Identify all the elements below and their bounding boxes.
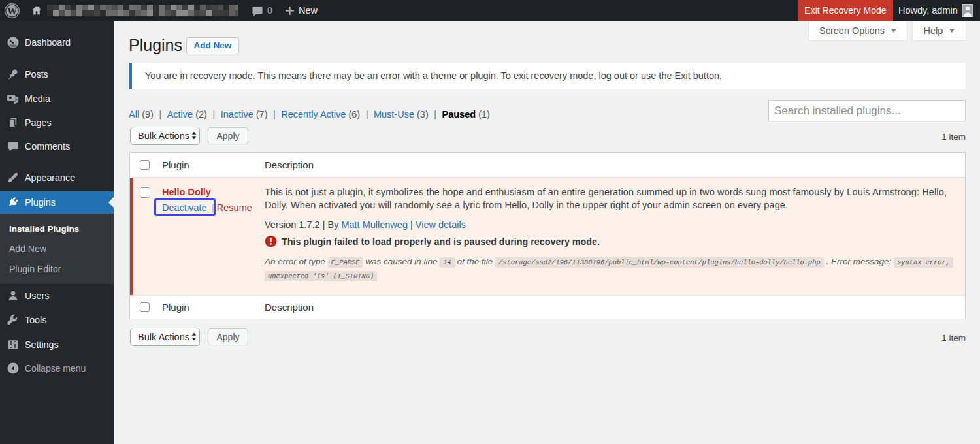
svg-text:W: W	[7, 5, 18, 16]
